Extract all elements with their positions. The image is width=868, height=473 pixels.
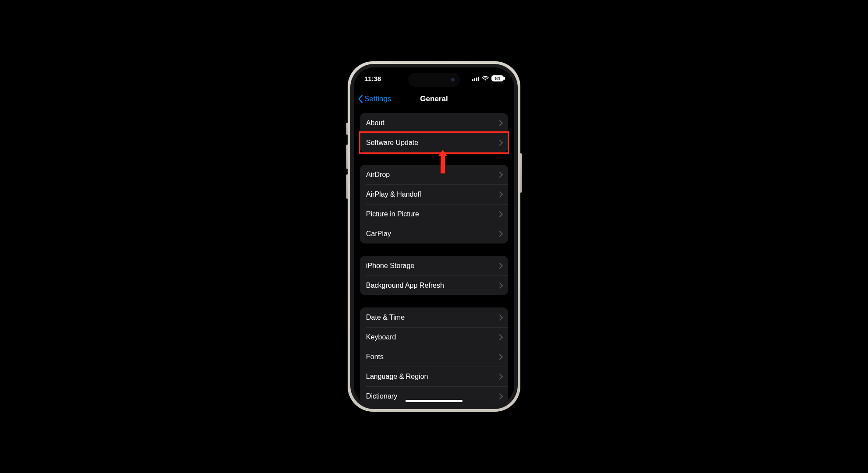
row-keyboard[interactable]: Keyboard: [360, 327, 508, 347]
row-label: Fonts: [366, 353, 384, 361]
row-date-time[interactable]: Date & Time: [360, 307, 508, 327]
row-background-app-refresh[interactable]: Background App Refresh: [360, 275, 508, 295]
row-label: Keyboard: [366, 333, 396, 341]
row-label: Background App Refresh: [366, 282, 444, 289]
chevron-right-icon: [497, 139, 503, 145]
stage: 11:38 84: [0, 0, 868, 473]
chevron-right-icon: [497, 230, 503, 236]
settings-group: iPhone StorageBackground App Refresh: [360, 256, 508, 295]
status-left: 11:38: [364, 75, 381, 82]
row-label: Picture in Picture: [366, 210, 419, 218]
back-label: Settings: [364, 95, 391, 103]
row-fonts[interactable]: Fonts: [360, 347, 508, 367]
row-label: Date & Time: [366, 314, 405, 321]
chevron-right-icon: [497, 211, 503, 217]
volume-down-button: [346, 174, 348, 199]
back-button[interactable]: Settings: [356, 89, 394, 109]
row-language-region[interactable]: Language & Region: [360, 367, 508, 386]
cellular-signal-icon: [472, 76, 480, 81]
dynamic-island: [408, 73, 460, 87]
phone-screen: 11:38 84: [354, 67, 514, 406]
row-about[interactable]: About: [360, 113, 508, 133]
battery-icon: 84: [491, 75, 504, 81]
nav-bar: Settings General: [354, 89, 514, 109]
settings-general-page: Settings General AboutSoftware UpdateAir…: [354, 89, 514, 406]
mute-switch: [346, 123, 348, 135]
row-label: iPhone Storage: [366, 262, 414, 270]
chevron-right-icon: [497, 393, 503, 399]
status-right: 84: [472, 75, 504, 82]
chevron-right-icon: [497, 373, 503, 379]
wifi-icon: [482, 75, 489, 82]
row-software-update[interactable]: Software Update: [360, 133, 508, 152]
row-airdrop[interactable]: AirDrop: [360, 165, 508, 184]
row-label: Software Update: [366, 139, 418, 147]
chevron-right-icon: [497, 282, 503, 288]
row-airplay-handoff[interactable]: AirPlay & Handoff: [360, 184, 508, 204]
row-iphone-storage[interactable]: iPhone Storage: [360, 256, 508, 275]
settings-group: AboutSoftware Update: [360, 113, 508, 152]
row-label: Language & Region: [366, 373, 428, 381]
chevron-right-icon: [497, 262, 503, 268]
chevron-right-icon: [497, 314, 503, 320]
row-label: AirDrop: [366, 171, 390, 179]
power-button: [520, 153, 522, 193]
page-title: General: [420, 95, 448, 103]
home-indicator[interactable]: [406, 400, 462, 402]
chevron-right-icon: [497, 334, 503, 340]
phone-frame: 11:38 84: [348, 61, 520, 412]
settings-list[interactable]: AboutSoftware UpdateAirDropAirPlay & Han…: [354, 109, 514, 406]
chevron-right-icon: [497, 353, 503, 360]
row-picture-in-picture[interactable]: Picture in Picture: [360, 204, 508, 224]
battery-percentage: 84: [495, 76, 500, 81]
row-carplay[interactable]: CarPlay: [360, 224, 508, 244]
chevron-right-icon: [497, 191, 503, 197]
row-label: AirPlay & Handoff: [366, 191, 421, 198]
chevron-left-icon: [358, 95, 363, 103]
chevron-right-icon: [497, 120, 503, 126]
volume-up-button: [346, 145, 348, 169]
settings-group: Date & TimeKeyboardFontsLanguage & Regio…: [360, 307, 508, 406]
row-label: Dictionary: [366, 392, 397, 400]
row-label: About: [366, 119, 384, 127]
status-time: 11:38: [364, 75, 381, 82]
row-label: CarPlay: [366, 230, 391, 238]
chevron-right-icon: [497, 171, 503, 177]
row-dictionary[interactable]: Dictionary: [360, 386, 508, 406]
settings-group: AirDropAirPlay & HandoffPicture in Pictu…: [360, 165, 508, 244]
